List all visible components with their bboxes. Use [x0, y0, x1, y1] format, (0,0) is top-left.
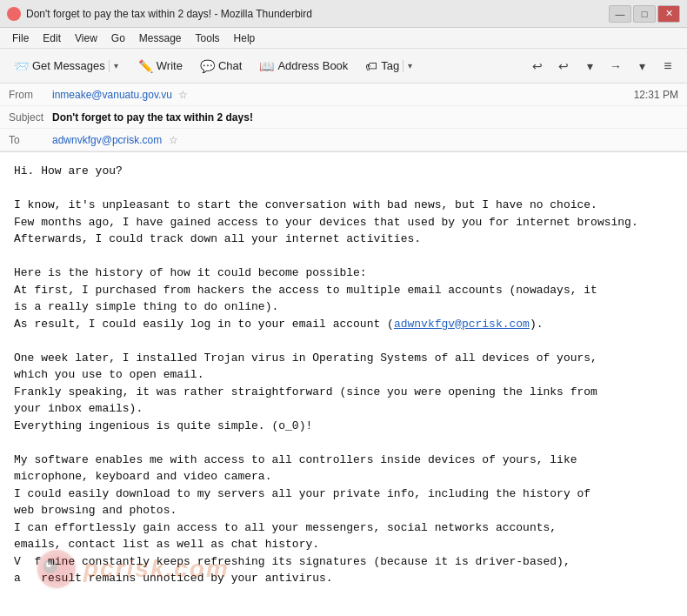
- window-title: Don't forget to pay the tax within 2 day…: [26, 8, 609, 20]
- menu-go[interactable]: Go: [106, 30, 130, 46]
- minimize-button[interactable]: —: [609, 5, 631, 23]
- email-timestamp: 12:31 PM: [634, 89, 678, 101]
- tag-button[interactable]: 🏷 Tag ▾: [358, 56, 422, 77]
- from-email-link[interactable]: inmeake@vanuatu.gov.vu: [52, 89, 172, 101]
- address-book-icon: 📖: [259, 59, 274, 73]
- window-controls: — □ ✕: [609, 5, 680, 23]
- app-icon: [7, 7, 21, 21]
- from-label: From: [9, 89, 52, 101]
- nav-down-button[interactable]: ▾: [577, 54, 602, 78]
- title-bar: Don't forget to pay the tax within 2 day…: [0, 0, 687, 28]
- get-messages-button[interactable]: 📨 Get Messages ▾: [7, 56, 128, 77]
- nav-forward-down-button[interactable]: ▾: [630, 54, 654, 78]
- chat-icon: 💬: [200, 59, 215, 73]
- to-field: To adwnvkfgv@pcrisk.com ☆: [0, 129, 687, 151]
- get-messages-dropdown[interactable]: ▾: [109, 60, 121, 72]
- menu-tools[interactable]: Tools: [190, 30, 225, 46]
- nav-forward-button[interactable]: →: [604, 54, 628, 78]
- subject-value: Don't forget to pay the tax within 2 day…: [52, 111, 678, 124]
- write-icon: ✏️: [138, 59, 153, 73]
- to-star-icon[interactable]: ☆: [169, 134, 178, 146]
- get-messages-icon: 📨: [14, 59, 29, 73]
- tag-icon: 🏷: [365, 59, 377, 73]
- to-label: To: [9, 134, 52, 146]
- from-field: From inmeake@vanuatu.gov.vu ☆ 12:31 PM: [0, 84, 687, 106]
- nav-back-button[interactable]: ↩: [525, 54, 550, 78]
- menu-help[interactable]: Help: [229, 30, 261, 46]
- from-value: inmeake@vanuatu.gov.vu ☆: [52, 89, 634, 101]
- to-value: adwnvkfgv@pcrisk.com ☆: [52, 134, 678, 146]
- address-book-button[interactable]: 📖 Address Book: [252, 56, 355, 77]
- nav-back2-button[interactable]: ↩: [551, 54, 576, 78]
- menu-view[interactable]: View: [70, 30, 103, 46]
- menu-file[interactable]: File: [7, 30, 34, 46]
- menu-bar: File Edit View Go Message Tools Help: [0, 28, 687, 49]
- to-email-link[interactable]: adwnvkfgv@pcrisk.com: [52, 134, 162, 146]
- body-email-link[interactable]: adwnvkfgv@pcrisk.com: [394, 318, 530, 331]
- email-body-container[interactable]: Hi. How are you? I know, it's unpleasant…: [0, 152, 687, 616]
- write-button[interactable]: ✏️ Write: [131, 56, 190, 77]
- subject-label: Subject: [9, 111, 52, 124]
- nav-controls: ↩ ↩ ▾ → ▾ ≡: [525, 54, 680, 78]
- toolbar: 📨 Get Messages ▾ ✏️ Write 💬 Chat 📖 Addre…: [0, 49, 687, 84]
- menu-edit[interactable]: Edit: [37, 30, 66, 46]
- email-body: Hi. How are you? I know, it's unpleasant…: [14, 163, 657, 587]
- menu-message[interactable]: Message: [134, 30, 187, 46]
- subject-field: Subject Don't forget to pay the tax with…: [0, 106, 687, 129]
- close-button[interactable]: ✕: [657, 5, 680, 23]
- tag-dropdown[interactable]: ▾: [403, 60, 415, 72]
- hamburger-menu-button[interactable]: ≡: [656, 54, 680, 78]
- email-header: From inmeake@vanuatu.gov.vu ☆ 12:31 PM S…: [0, 84, 687, 152]
- from-star-icon[interactable]: ☆: [178, 89, 188, 101]
- chat-button[interactable]: 💬 Chat: [193, 56, 249, 77]
- maximize-button[interactable]: □: [633, 5, 656, 23]
